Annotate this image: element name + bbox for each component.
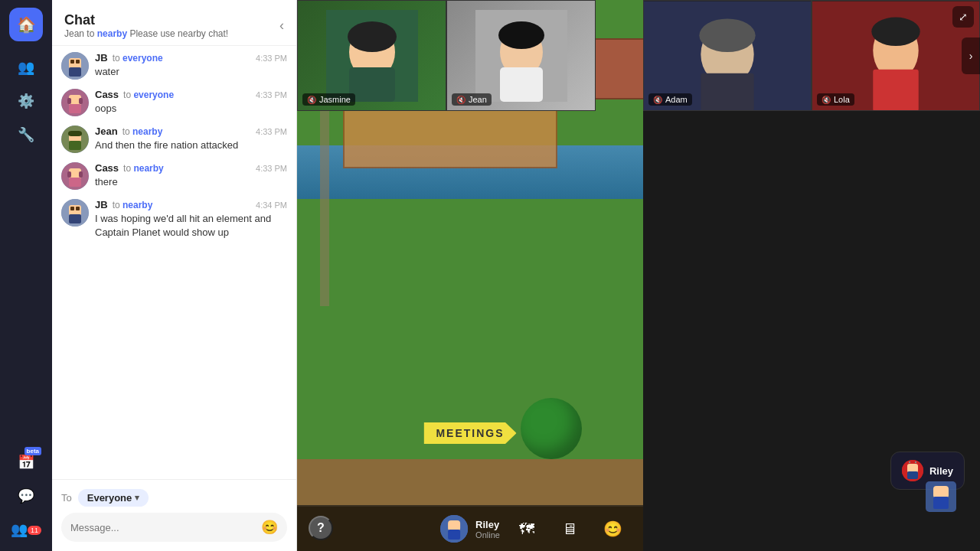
svg-rect-31 (500, 67, 543, 102)
home-icon: 🏠 (17, 15, 36, 34)
svg-rect-18 (69, 178, 81, 187)
chat-input-area: To Everyone ▾ 😊 (52, 479, 296, 551)
message-channel: nearby (122, 200, 152, 210)
chat-message: JB to nearby 4:34 PM I was hoping we'd a… (61, 199, 287, 240)
message-text: water (95, 65, 287, 79)
building-2 (588, 38, 643, 99)
message-content: Cass to nearby 4:33 PM there (95, 162, 287, 190)
message-sender: Jean (95, 126, 118, 137)
message-content: JB to everyone 4:33 PM water (95, 52, 287, 80)
message-to: to nearby (123, 163, 164, 174)
sidebar-item-people[interactable]: 👥 (12, 54, 40, 81)
message-to: to nearby (113, 200, 153, 210)
chat-messages-list: JB to everyone 4:33 PM water (52, 46, 296, 479)
message-text: I was hoping we'd all hit an element and… (95, 212, 287, 240)
svg-rect-13 (69, 141, 81, 150)
map-button[interactable]: 🗺 (511, 514, 542, 544)
home-button[interactable]: 🏠 (9, 8, 43, 41)
mic-off-icon: 🔇 (822, 96, 831, 104)
message-sender: Cass (95, 162, 119, 174)
chat-title: Chat (64, 12, 228, 28)
chat-subtitle-prefix: Jean to (64, 28, 97, 39)
svg-rect-9 (69, 104, 81, 113)
expand-button[interactable]: ⤢ (952, 6, 974, 28)
chat-subtitle: Jean to nearby Please use nearby chat! (64, 28, 228, 39)
chat-to-row: To Everyone ▾ (61, 489, 287, 507)
video-name-tag-jasmine: 🔇 Jasmine (302, 93, 355, 106)
svg-rect-2 (70, 60, 74, 64)
status-label: Online (475, 530, 500, 540)
build-icon: 🔧 (18, 126, 34, 143)
svg-rect-42 (873, 70, 918, 111)
mic-off-icon: 🔇 (653, 96, 662, 104)
riley-popup-name: Riley (929, 465, 953, 477)
svg-rect-12 (68, 131, 82, 136)
message-text: there (95, 175, 287, 189)
sidebar-item-build[interactable]: 🔧 (12, 121, 40, 148)
svg-rect-16 (67, 171, 71, 178)
message-to: to everyone (123, 90, 174, 100)
message-time: 4:34 PM (256, 201, 287, 210)
people-icon: 👥 (18, 59, 34, 76)
svg-rect-38 (701, 73, 753, 111)
nav-arrow-button[interactable]: › (962, 37, 980, 74)
svg-rect-97 (907, 471, 918, 479)
chat-to-label: To (61, 492, 72, 504)
sidebar-item-participants[interactable]: 👥 11 (12, 516, 40, 543)
message-time: 4:33 PM (256, 90, 287, 99)
bottom-controls: 🗺 🖥 😊 (511, 514, 628, 544)
message-sender: JB (95, 199, 108, 210)
chat-message: Cass to nearby 4:33 PM there (61, 162, 287, 190)
mic-off-icon: 🔇 (307, 96, 316, 104)
sidebar-item-chat[interactable]: 💬 (12, 482, 40, 510)
tree (521, 398, 582, 459)
chat-recipient-selector[interactable]: Everyone ▾ (78, 489, 149, 507)
chat-header: Chat Jean to nearby Please use nearby ch… (52, 0, 296, 46)
message-channel: nearby (133, 163, 163, 174)
avatar (61, 162, 89, 190)
meetings-sign: MEETINGS (423, 422, 516, 444)
help-button[interactable]: ? (309, 516, 333, 540)
svg-rect-23 (69, 214, 81, 223)
message-content: Jean to nearby 4:33 PM And then the fire… (95, 126, 287, 153)
video-tile-jean: 🔇 Jean (446, 0, 596, 111)
message-input[interactable] (70, 522, 255, 533)
video-tile-adam: 🔇 Adam (643, 0, 812, 111)
chat-recipient-value: Everyone (87, 492, 132, 504)
beta-badge: beta (24, 447, 41, 455)
chat-input-row: 😊 (61, 513, 287, 542)
video-tiles-left: 🔇 Jasmine 🔇 Jean (297, 0, 596, 111)
emoji-button[interactable]: 😊 (261, 519, 278, 536)
svg-rect-27 (349, 67, 395, 102)
username-label: Riley (475, 519, 500, 530)
avatar (61, 126, 89, 153)
svg-point-37 (699, 18, 755, 52)
video-name-tag-jean: 🔇 Jean (452, 93, 492, 106)
message-sender: Cass (95, 89, 119, 100)
message-content: Cass to everyone 4:33 PM oops (95, 89, 287, 116)
emoji-reaction-button[interactable]: 😊 (597, 514, 628, 544)
svg-rect-4 (69, 67, 81, 77)
message-text: oops (95, 102, 287, 116)
riley-popup: Riley (890, 452, 965, 490)
svg-point-30 (498, 21, 544, 49)
chat-close-button[interactable]: ‹ (279, 18, 284, 34)
mic-off-icon: 🔇 (456, 96, 466, 104)
svg-rect-17 (79, 171, 83, 178)
user-avatar (440, 515, 468, 543)
svg-point-26 (348, 21, 397, 52)
message-time: 4:33 PM (256, 54, 287, 63)
screen-button[interactable]: 🖥 (554, 514, 585, 544)
video-tile-jasmine: 🔇 Jasmine (297, 0, 446, 111)
participants-count: 11 (28, 526, 41, 535)
bottom-bar: ? Riley Online 🗺 🖥 😊 (297, 505, 643, 551)
sidebar-item-calendar[interactable]: 📅 beta (12, 448, 40, 476)
avatar (61, 89, 89, 116)
message-channel: everyone (133, 90, 174, 100)
svg-rect-22 (76, 207, 80, 210)
left-sidebar: 🏠 👥 ⚙️ 🔧 📅 beta 💬 👥 11 (0, 0, 52, 551)
message-time: 4:33 PM (256, 127, 287, 136)
sidebar-item-settings[interactable]: ⚙️ (12, 87, 40, 115)
message-text: And then the fire nation attacked (95, 139, 287, 152)
right-panel: 🔇 Adam 🔇 Lola ⤢ › (643, 0, 980, 551)
